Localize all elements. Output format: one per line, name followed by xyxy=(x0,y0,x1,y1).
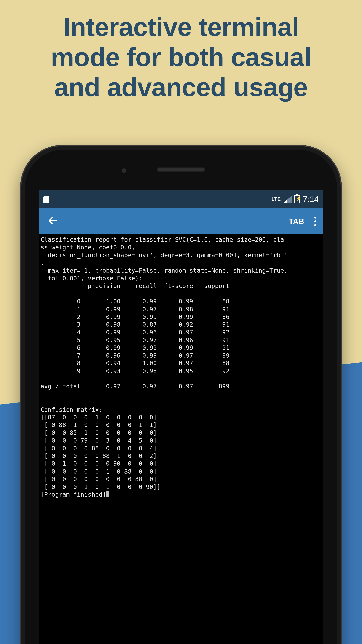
app-bar: TAB xyxy=(39,208,323,234)
headline-line: Interactive terminal xyxy=(0,12,362,42)
headline-line: and advanced usage xyxy=(0,72,362,102)
arrow-left-icon xyxy=(47,215,58,226)
clock-label: 7:14 xyxy=(303,195,319,204)
promo-headline: Interactive terminal mode for both casua… xyxy=(0,12,362,102)
terminal-cursor xyxy=(106,492,109,498)
back-button[interactable] xyxy=(47,215,58,228)
dot-icon xyxy=(314,216,316,218)
phone-frame: LTE ⚡ 7:14 TAB xyxy=(20,145,342,644)
tab-key-button[interactable]: TAB xyxy=(289,217,305,226)
sdcard-icon xyxy=(43,196,49,203)
finished-label: [Program finished] xyxy=(41,491,106,498)
network-label: LTE xyxy=(272,196,281,202)
phone-camera xyxy=(121,168,127,174)
battery-charging-icon: ⚡ xyxy=(295,195,300,204)
cell-signal-icon xyxy=(284,196,292,203)
status-bar: LTE ⚡ 7:14 xyxy=(39,190,323,208)
phone-screen: LTE ⚡ 7:14 TAB xyxy=(39,190,323,644)
terminal-output[interactable]: Classification report for classifier SVC… xyxy=(39,234,323,644)
dot-icon xyxy=(314,220,316,222)
phone-bezel: LTE ⚡ 7:14 TAB xyxy=(25,150,337,644)
overflow-menu-button[interactable] xyxy=(314,216,316,226)
phone-speaker xyxy=(157,168,205,172)
headline-line: mode for both casual xyxy=(0,42,362,72)
dot-icon xyxy=(314,224,316,226)
